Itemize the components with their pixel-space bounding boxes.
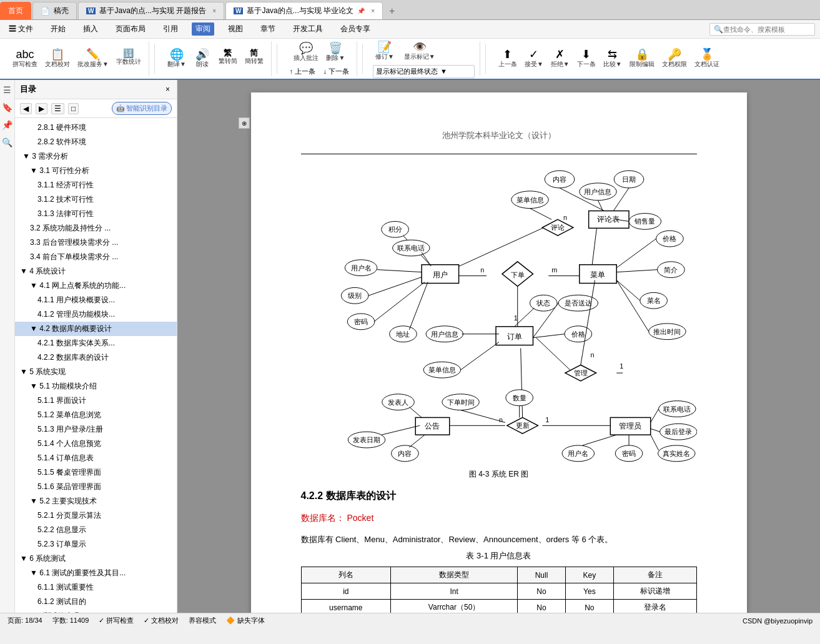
smart-toc-btn[interactable]: 🤖 智能识别目录 (112, 102, 172, 115)
toc-item-5-2-3[interactable]: 5.2.3 订单显示 (15, 537, 177, 552)
page-expand-btn[interactable]: ⊕ (239, 117, 250, 129)
toc-item-5-1-3[interactable]: 5.1.3 用户登录/注册 (15, 422, 177, 437)
menu-insert[interactable]: 插入 (79, 22, 102, 36)
toc-item-4-2[interactable]: ▼ 4.2 数据库的概要设计 (15, 322, 177, 336)
toc-item-4-1[interactable]: ▼ 4.1 网上点餐系统的功能... (15, 279, 177, 293)
btn-prev-comment[interactable]: ↑ 上一条 (287, 66, 319, 77)
table-row: idIntNoYes标识递增 (301, 583, 696, 600)
btn-track-changes[interactable]: 📝 修订▼ (373, 40, 397, 62)
btn-show-markup[interactable]: 👁️ 显示标记▼ (402, 40, 438, 62)
btn-jian-to-fan[interactable]: 简 簡转繁 (242, 47, 266, 70)
tab-doc2[interactable]: W 基于Java的点...与实现 毕业论文 📌 × (225, 2, 383, 19)
missing-font-status[interactable]: 🔶 缺失字体 (226, 616, 264, 625)
tab-doc1[interactable]: W 基于Java的点...与实现 开题报告 × (78, 2, 224, 19)
toc-item-4-1-1[interactable]: 4.1.1 用户模块概要设... (15, 293, 177, 307)
btn-delete-comment[interactable]: 🗑️ 删除▼ (324, 41, 347, 64)
toc-item-4-1-2[interactable]: 4.1.2 管理员功能模块... (15, 307, 177, 322)
toc-item-4-2-1[interactable]: 4.2.1 数据库实体关系... (15, 336, 177, 350)
nav-back[interactable]: ◀ (20, 103, 32, 114)
toc-item-6-1-2[interactable]: 6.1.2 测试目的 (15, 595, 177, 609)
btn-next-change[interactable]: ⬇ 下一条 (575, 47, 598, 70)
toc-item-2-8-1[interactable]: 2.8.1 硬件环境 (15, 121, 177, 135)
toc-item-4[interactable]: ▼ 4 系统设计 (15, 264, 177, 279)
toc-item-5-2-2[interactable]: 5.2.2 信息显示 (15, 523, 177, 537)
btn-compare[interactable]: ⇆ 比较▼ (601, 47, 625, 70)
tab-draft[interactable]: 📄 稿壳 (32, 2, 77, 19)
table-cell: id (301, 583, 391, 600)
svg-text:1: 1 (513, 314, 517, 322)
toc-item-6-1[interactable]: ▼ 6.1 测试的重要性及其目... (15, 566, 177, 580)
toc-item-3-2[interactable]: 3.2 系统功能及持性分 ... (15, 221, 177, 235)
btn-reject[interactable]: ✗ 拒绝▼ (548, 47, 572, 70)
menu-reference[interactable]: 引用 (159, 22, 182, 36)
tab-home[interactable]: 首页 (0, 2, 31, 19)
bookmark-icon[interactable]: 🔖 (2, 102, 12, 112)
toc-item-3-3[interactable]: 3.3 后台管理模块需求分 ... (15, 235, 177, 250)
toc-item-4-2-2[interactable]: 4.2.2 数据库表的设计 (15, 350, 177, 365)
menu-view[interactable]: 视图 (224, 22, 247, 36)
toc-item-2-8-2[interactable]: 2.8.2 软件环境 (15, 135, 177, 149)
toc-item-5-2[interactable]: ▼ 5.2 主要实现技术 (15, 494, 177, 508)
btn-batch-service[interactable]: ✏️ 批改服务▼ (75, 47, 111, 70)
btn-fan-to-jian[interactable]: 繁 繁转简 (216, 47, 240, 70)
menu-file[interactable]: ☰ 文件 (5, 22, 37, 36)
spell-check-status[interactable]: ✓ 拼写检查 (99, 616, 134, 625)
pin-icon[interactable]: 📌 (2, 120, 12, 130)
toc-item-3-1-3[interactable]: 3.1.3 法律可行性 (15, 207, 177, 221)
nav-forward[interactable]: ▶ (36, 103, 47, 114)
sidebar-close-btn[interactable]: × (164, 84, 172, 94)
btn-insert-comment[interactable]: 💬 插入批注 (291, 41, 321, 64)
toc-item-5-1-2[interactable]: 5.1.2 菜单信息浏览 (15, 408, 177, 422)
toc-item-5-2-1[interactable]: 5.2.1 分页显示算法 (15, 508, 177, 523)
toc-item-6[interactable]: ▼ 6 系统测试 (15, 552, 177, 566)
toc-item-6-2[interactable]: 6.2 测试的步骤 (15, 609, 177, 613)
btn-next-comment[interactable]: ↓ 下一条 (320, 66, 352, 77)
btn-doc-permission[interactable]: 🔑 文档权限 (659, 47, 689, 70)
btn-accept[interactable]: ✓ 接受▼ (522, 47, 546, 70)
nav-collapse[interactable]: □ (68, 103, 79, 114)
btn-translate[interactable]: 🌐 翻译▼ (165, 47, 189, 70)
menu-chapter[interactable]: 章节 (257, 22, 279, 36)
word-count[interactable]: 字数: 11409 (52, 616, 89, 625)
menu-layout[interactable]: 页面布局 (112, 22, 149, 36)
btn-spell-check[interactable]: abc 拼写检查 (10, 47, 40, 70)
search-icon-left[interactable]: 🔍 (2, 137, 12, 147)
btn-read[interactable]: 🔊 朗读 (191, 47, 214, 70)
menu-review[interactable]: 审阅 (192, 22, 214, 36)
nav-icon[interactable]: ☰ (3, 85, 11, 95)
btn-word-count[interactable]: 🔢 字数统计 (114, 47, 144, 70)
new-tab-button[interactable]: + (384, 3, 400, 19)
nav-list[interactable]: ☰ (51, 103, 64, 114)
doc-area[interactable]: ⊕ 池州学院本科毕业论文（设计） (177, 80, 820, 613)
toc-item-5-1-5[interactable]: 5.1.5 餐桌管理界面 (15, 465, 177, 480)
toc-item-5-1-4a[interactable]: 5.1.4 个人信息预览 (15, 437, 177, 451)
table-row: usernameVarrchar（50）NoNo登录名 (301, 600, 696, 613)
toc-item-3-1-2[interactable]: 3.1.2 技术可行性 (15, 192, 177, 207)
page-info[interactable]: 页面: 18/34 (7, 616, 42, 625)
toc-item-3[interactable]: ▼ 3 需求分析 (15, 149, 177, 164)
toc-item-3-4[interactable]: 3.4 前台下单模块需求分 ... (15, 250, 177, 264)
search-box[interactable]: 🔍 (709, 23, 815, 36)
toc-item-5-1-6[interactable]: 5.1.6 菜品管理界面 (15, 480, 177, 494)
svg-text:内容: 内容 (398, 450, 412, 457)
menu-vip[interactable]: 会员专享 (337, 22, 374, 36)
toc-item-3-1[interactable]: ▼ 3.1 可行性分析 (15, 164, 177, 178)
btn-prev-change[interactable]: ⬆ 上一条 (496, 47, 520, 70)
toc-item-5[interactable]: ▼ 5 系统实现 (15, 365, 177, 379)
markup-dropdown[interactable]: 显示标记的最终状态 ▼ (373, 65, 475, 78)
btn-doc-check[interactable]: 📋 文档校对 (42, 47, 72, 70)
search-input[interactable] (723, 26, 811, 33)
mode-status[interactable]: 养容模式 (189, 616, 216, 625)
btn-doc-cert[interactable]: 🏅 文档认证 (692, 47, 722, 70)
toc-item-5-1[interactable]: ▼ 5.1 功能模块介绍 (15, 379, 177, 394)
menu-start[interactable]: 开始 (47, 22, 69, 36)
toc-item-5-1-4b[interactable]: 5.1.4 订单信息表 (15, 451, 177, 465)
toc-item-5-1-1[interactable]: 5.1.1 界面设计 (15, 394, 177, 408)
doc-check-status[interactable]: ✓ 文档校对 (144, 616, 179, 625)
menu-dev[interactable]: 开发工具 (289, 22, 327, 36)
tab-doc2-close[interactable]: × (371, 7, 375, 14)
toc-item-3-1-1[interactable]: 3.1.1 经济可行性 (15, 178, 177, 192)
btn-restrict-edit[interactable]: 🔒 限制编辑 (627, 47, 657, 70)
toc-item-6-1-1[interactable]: 6.1.1 测试重要性 (15, 580, 177, 595)
tab-doc1-close[interactable]: × (212, 7, 216, 14)
